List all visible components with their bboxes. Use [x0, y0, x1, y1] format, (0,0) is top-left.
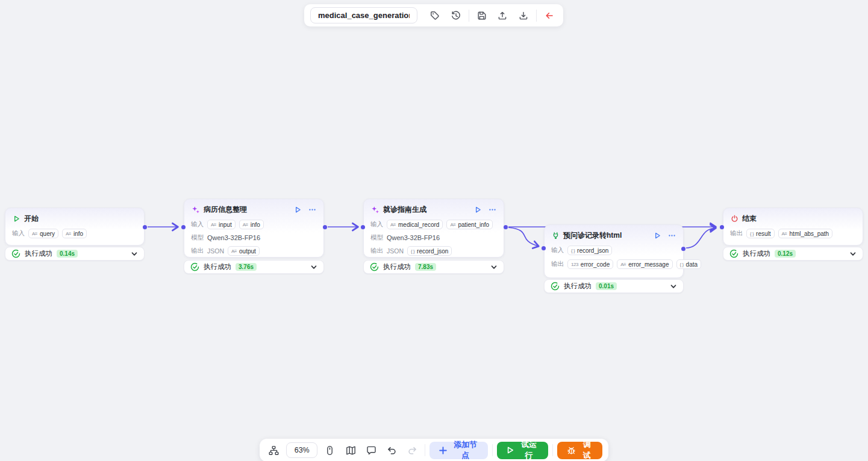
variable-tag[interactable]: { }result [746, 229, 775, 238]
row-label: 输入 [12, 229, 25, 238]
run-node-icon[interactable] [474, 206, 482, 214]
zoom-level-input[interactable] [286, 442, 317, 458]
tag-icon[interactable] [427, 7, 443, 24]
variable-tag[interactable]: { }data [676, 259, 702, 269]
variable-tag[interactable]: A≡html_abs_path [778, 229, 833, 238]
download-icon[interactable] [515, 7, 531, 24]
redo-icon[interactable] [404, 442, 420, 459]
variable-tag[interactable]: A≡patient_info [446, 220, 493, 229]
variable-name: input [219, 221, 232, 228]
type-string-icon: A≡ [32, 231, 37, 237]
success-check-icon [190, 262, 199, 271]
run-node-icon[interactable] [654, 232, 661, 240]
node-header: 预问诊记录转html [545, 225, 683, 246]
more-icon[interactable] [668, 232, 676, 240]
more-icon[interactable] [489, 206, 496, 214]
debug-button[interactable]: 调试 [557, 442, 602, 459]
mouse-icon[interactable] [322, 442, 338, 459]
variable-tag[interactable]: A≡info [62, 229, 87, 238]
chevron-down-icon[interactable] [490, 264, 498, 271]
hierarchy-icon[interactable] [266, 442, 282, 459]
node-status-organize[interactable]: 执行成功3.76s [184, 260, 324, 274]
row-pretext: JSON [387, 247, 404, 255]
power-icon [731, 215, 738, 223]
play-icon [506, 446, 514, 454]
variable-tag[interactable]: 123error_code [567, 259, 613, 269]
edge-tohtml-to-end[interactable] [686, 228, 716, 248]
bottom-toolbar: 添加节点 试运行 调试 [260, 439, 608, 461]
status-text: 执行成功 [383, 262, 411, 271]
chevron-down-icon[interactable] [131, 250, 138, 258]
variable-name: record_json [577, 247, 608, 254]
workflow-canvas[interactable]: 开始输入A≡queryA≡info执行成功0.14s病历信息整理输入A≡inpu… [0, 0, 868, 461]
variable-name: medical_record [398, 221, 439, 228]
node-status-tohtml[interactable]: 执行成功0.01s [544, 279, 684, 293]
row-label: 输出 [551, 260, 564, 268]
run-node-icon[interactable] [294, 206, 302, 214]
type-number-icon: 123 [571, 262, 578, 267]
type-string-icon: A≡ [211, 222, 216, 227]
port-dot[interactable] [720, 225, 724, 229]
more-icon[interactable] [308, 206, 316, 214]
workflow-name-input[interactable] [310, 7, 417, 23]
node-status-guide[interactable]: 执行成功7.83s [363, 260, 504, 274]
duration-badge: 0.01s [596, 282, 617, 290]
variable-name: patient_info [458, 221, 489, 228]
add-node-label: 添加节点 [452, 439, 479, 461]
node-status-start[interactable]: 执行成功0.14s [5, 247, 145, 261]
variable-tag[interactable]: A≡output [228, 246, 260, 256]
variable-tag[interactable]: A≡medical_record [387, 220, 443, 229]
save-icon[interactable] [474, 7, 490, 24]
variable-tag[interactable]: A≡query [28, 229, 58, 238]
toolbar-divider [425, 444, 425, 456]
row-label: 输出 [370, 247, 383, 255]
variable-tag[interactable]: A≡input [207, 220, 236, 229]
node-title: 病历信息整理 [204, 205, 247, 215]
chevron-down-icon[interactable] [670, 283, 677, 290]
port-dot[interactable] [542, 246, 546, 250]
row-label: 输出 [730, 229, 743, 238]
node-status-end[interactable]: 执行成功0.12s [723, 247, 863, 261]
node-guide[interactable]: 就诊指南生成输入A≡medical_recordA≡patient_info模型… [363, 199, 504, 258]
node-row: 输出{ }resultA≡html_abs_path [723, 229, 863, 238]
variable-tag[interactable]: { }record_json [567, 246, 612, 255]
variable-tag[interactable]: A≡error_message [617, 259, 672, 269]
variable-name: error_code [581, 261, 610, 268]
comment-icon[interactable] [363, 442, 379, 459]
node-row: 模型Qwen3-32B-FP16 [364, 234, 504, 242]
status-text: 执行成功 [743, 249, 770, 258]
port-dot[interactable] [323, 225, 327, 229]
port-dot[interactable] [361, 225, 365, 229]
node-row: 输出JSONA≡output [184, 246, 323, 256]
upload-icon[interactable] [495, 7, 510, 24]
test-run-button[interactable]: 试运行 [497, 442, 548, 459]
node-row: 输出JSON{ }record_json [364, 246, 504, 256]
port-dot[interactable] [504, 225, 508, 229]
variable-name: info [251, 221, 260, 228]
variable-name: html_abs_path [790, 230, 829, 237]
node-end[interactable]: 结束输出{ }resultA≡html_abs_path [723, 208, 863, 246]
status-text: 执行成功 [204, 262, 231, 271]
map-icon[interactable] [342, 442, 358, 459]
port-dot[interactable] [143, 225, 147, 229]
variable-tag[interactable]: A≡info [239, 220, 264, 229]
edge-guide-to-tohtml[interactable] [508, 227, 539, 246]
history-icon[interactable] [448, 7, 463, 24]
type-string-icon: A≡ [390, 222, 396, 227]
add-node-button[interactable]: 添加节点 [429, 442, 488, 459]
toolbar-divider [492, 444, 493, 456]
node-tohtml[interactable]: 预问诊记录转html输入{ }record_json输出123error_cod… [544, 224, 684, 278]
chevron-down-icon[interactable] [310, 264, 317, 271]
node-start[interactable]: 开始输入A≡queryA≡info [5, 208, 145, 246]
undo-icon[interactable] [384, 442, 400, 459]
chevron-down-icon[interactable] [849, 250, 857, 258]
variable-tag[interactable]: { }record_json [407, 246, 452, 256]
port-dot[interactable] [181, 225, 186, 229]
node-organize[interactable]: 病历信息整理输入A≡inputA≡info模型Qwen3-32B-FP16输出J… [184, 199, 324, 258]
back-icon[interactable] [542, 7, 557, 24]
row-pretext: JSON [207, 247, 224, 255]
row-label: 模型 [370, 234, 383, 242]
type-string-icon: A≡ [231, 249, 237, 254]
success-check-icon [551, 282, 560, 291]
port-dot[interactable] [681, 247, 685, 251]
